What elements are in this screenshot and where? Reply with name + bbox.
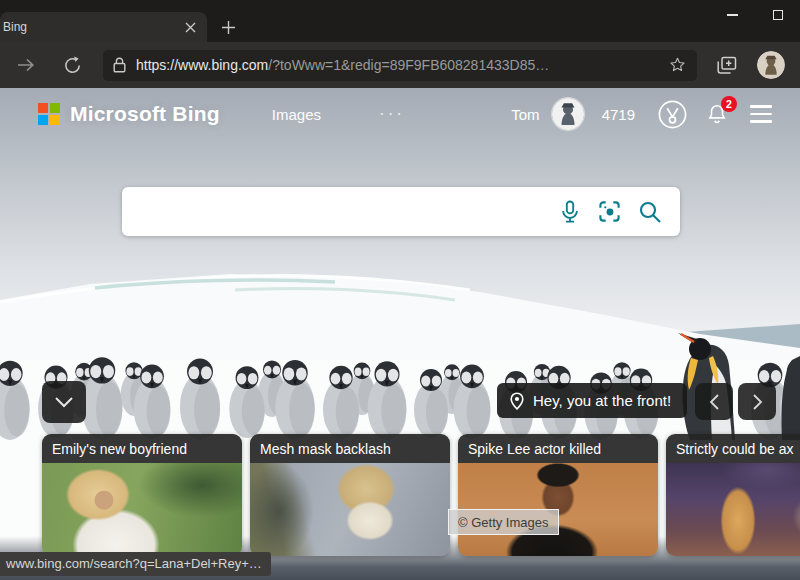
maximize-button[interactable] xyxy=(755,0,800,30)
tab-title: Bing xyxy=(0,20,179,34)
bing-header: Microsoft Bing Images ··· Tom 4719 xyxy=(0,94,800,134)
image-credit-badge: © Getty Images xyxy=(448,509,559,535)
rewards-points[interactable]: 4719 xyxy=(602,106,635,123)
bing-homepage: Microsoft Bing Images ··· Tom 4719 xyxy=(0,88,800,580)
news-card[interactable]: Strictly could be ax xyxy=(666,434,800,556)
address-bar[interactable]: https://www.bing.com/?toWww=1&redig=89F9… xyxy=(103,50,697,81)
search-magnifier-icon[interactable] xyxy=(638,200,662,224)
news-card-title: Spike Lee actor killed xyxy=(458,434,658,463)
user-avatar[interactable] xyxy=(552,98,584,130)
browser-toolbar: https://www.bing.com/?toWww=1&redig=89F9… xyxy=(0,42,800,88)
status-bar-link-preview: www.bing.com/search?q=Lana+Del+Rey+… xyxy=(0,552,271,576)
nav-item-images[interactable]: Images xyxy=(272,106,321,123)
previous-image-button[interactable] xyxy=(695,383,733,420)
forward-button[interactable] xyxy=(9,48,43,82)
rewards-medal-icon[interactable] xyxy=(657,99,688,130)
search-box xyxy=(122,187,680,236)
chevron-right-icon xyxy=(752,393,763,411)
tab-close-icon[interactable] xyxy=(179,16,201,38)
minimize-button[interactable] xyxy=(710,0,755,30)
news-card-title: Mesh mask backlash xyxy=(250,434,450,463)
microsoft-logo-icon[interactable] xyxy=(38,103,60,125)
notification-badge: 2 xyxy=(721,96,737,112)
voice-search-icon[interactable] xyxy=(559,200,581,224)
news-card-title: Emily's new boyfriend xyxy=(42,434,242,463)
news-card-title: Strictly could be ax xyxy=(666,434,800,463)
browser-tab-bing[interactable]: Bing xyxy=(0,12,207,42)
location-pin-icon xyxy=(510,392,524,410)
hint-text: Hey, you at the front! xyxy=(533,392,671,409)
scroll-down-button[interactable] xyxy=(42,381,86,423)
hamburger-menu-icon[interactable] xyxy=(750,105,772,122)
url-text: https://www.bing.com/?toWww=1&redig=89F9… xyxy=(136,57,668,73)
more-menu-icon[interactable]: ··· xyxy=(379,104,405,124)
brand-title[interactable]: Microsoft Bing xyxy=(70,102,220,126)
news-card[interactable]: Mesh mask backlash xyxy=(250,434,450,556)
header-right: Tom 4719 xyxy=(511,98,772,130)
chevron-down-icon xyxy=(54,396,74,408)
refresh-button[interactable] xyxy=(55,48,89,82)
favorite-star-icon[interactable] xyxy=(668,56,687,74)
news-card-image xyxy=(42,463,242,556)
chevron-left-icon xyxy=(709,393,720,411)
toolbar-right xyxy=(709,48,785,82)
news-card[interactable]: Spike Lee actor killed xyxy=(458,434,658,556)
window-controls xyxy=(710,0,800,30)
lock-icon xyxy=(113,57,126,73)
user-name[interactable]: Tom xyxy=(511,106,539,123)
news-card-image xyxy=(250,463,450,556)
visual-search-icon[interactable] xyxy=(598,200,621,223)
news-card-image xyxy=(666,463,800,556)
next-image-button[interactable] xyxy=(738,383,776,420)
browser-profile-avatar[interactable] xyxy=(757,51,785,79)
browser-titlebar: Bing xyxy=(0,0,800,42)
new-tab-button[interactable] xyxy=(215,14,241,40)
news-card[interactable]: Emily's new boyfriend xyxy=(42,434,242,556)
browser-window: Bing https://www.bi xyxy=(0,0,800,580)
notifications-bell-icon[interactable]: 2 xyxy=(706,103,728,125)
search-input[interactable] xyxy=(140,202,559,222)
collections-icon[interactable] xyxy=(709,48,743,82)
image-hotspot-hint[interactable]: Hey, you at the front! xyxy=(497,383,687,418)
